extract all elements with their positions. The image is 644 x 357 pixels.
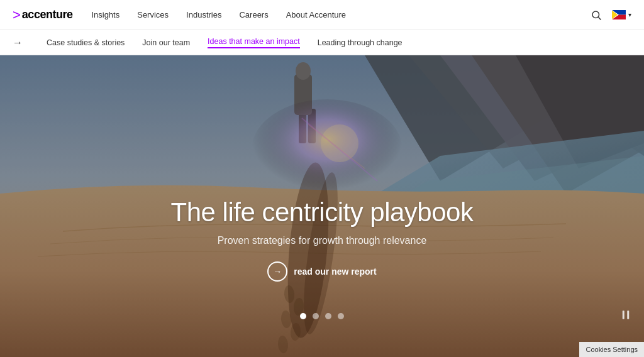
hero-cta-button[interactable]: → read our new report	[267, 261, 376, 282]
hero-content: The life centricity playbook Proven stra…	[0, 197, 644, 282]
svg-rect-26	[627, 310, 629, 319]
nav-link-careers[interactable]: Careers	[239, 10, 268, 19]
country-selector[interactable]: ▾	[612, 10, 631, 19]
hero-section: The life centricity playbook Proven stra…	[0, 55, 644, 357]
navbar: > accenture Insights Services Industries…	[0, 0, 644, 30]
carousel-dot-4[interactable]	[338, 313, 344, 319]
search-icon	[591, 9, 602, 21]
svg-rect-25	[623, 310, 625, 319]
chevron-down-icon: ▾	[628, 11, 631, 18]
pause-icon	[620, 309, 631, 321]
logo-accent: >	[13, 7, 21, 23]
subnav: → Case studies & stories Join our team I…	[0, 30, 644, 55]
logo-text: accenture	[22, 8, 73, 21]
logo[interactable]: > accenture	[13, 7, 72, 23]
ph-flag-icon	[612, 10, 626, 19]
subnav-arrow: →	[13, 37, 23, 48]
subnav-link-join-team[interactable]: Join our team	[142, 38, 190, 47]
carousel-dots	[300, 313, 344, 319]
nav-links: Insights Services Industries Careers Abo…	[91, 10, 588, 19]
svg-point-0	[592, 11, 599, 18]
hero-title: The life centricity playbook	[0, 197, 644, 228]
carousel-dot-3[interactable]	[325, 313, 331, 319]
cta-circle-icon: →	[267, 261, 287, 282]
hero-subtitle: Proven strategies for growth through rel…	[0, 235, 644, 246]
nav-link-about[interactable]: About Accenture	[286, 10, 346, 19]
cta-label: read our new report	[294, 266, 376, 277]
svg-line-1	[598, 17, 601, 19]
subnav-link-leading[interactable]: Leading through change	[318, 38, 402, 47]
cookies-settings-button[interactable]: Cookies Settings	[579, 342, 644, 357]
nav-link-services[interactable]: Services	[137, 10, 169, 19]
carousel-dot-1[interactable]	[300, 313, 306, 319]
search-button[interactable]	[588, 7, 604, 23]
subnav-link-case-studies[interactable]: Case studies & stories	[47, 38, 125, 47]
nav-link-insights[interactable]: Insights	[91, 10, 119, 19]
subnav-link-ideas[interactable]: Ideas that make an impact	[208, 37, 300, 48]
nav-link-industries[interactable]: Industries	[186, 10, 221, 19]
cta-arrow-icon: →	[273, 266, 282, 277]
pause-button[interactable]	[620, 309, 631, 323]
nav-right: ▾	[588, 7, 631, 23]
carousel-dot-2[interactable]	[313, 313, 319, 319]
